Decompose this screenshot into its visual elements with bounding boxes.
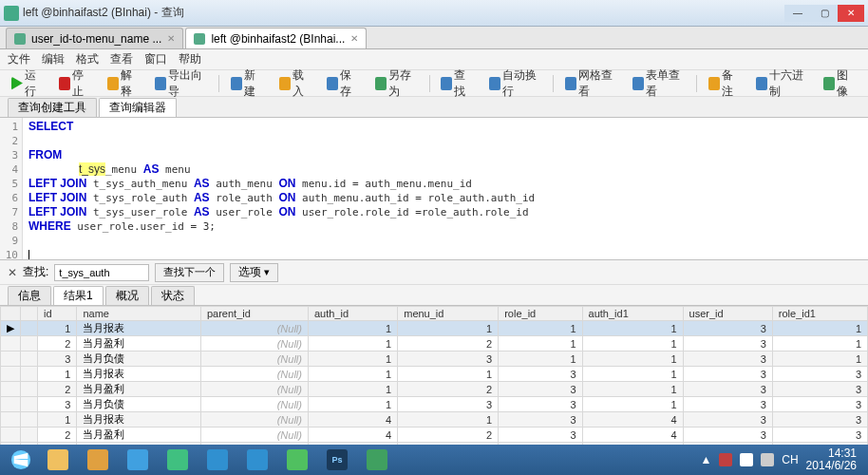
file-tab[interactable]: left @binhaifast2 (BInhai...✕ [185,28,367,48]
cell[interactable]: (Null) [200,382,308,397]
taskbar-explorer[interactable] [39,446,77,473]
cell[interactable]: 3 [772,397,867,412]
cell[interactable]: 2 [398,382,499,397]
cell[interactable]: 3 [683,352,772,367]
result-tab[interactable]: 信息 [8,286,51,305]
table-row[interactable]: 2当月盈利(Null)423433 [1,428,868,443]
cell[interactable]: (Null) [200,352,308,367]
cell[interactable]: 1 [582,367,683,382]
cell[interactable]: 2 [38,382,77,397]
cell[interactable]: 1 [308,397,397,412]
cell[interactable]: 3 [683,412,772,428]
cell[interactable]: 3 [772,367,867,382]
cell[interactable]: 1 [499,336,582,352]
tab-query-editor[interactable]: 查询编辑器 [99,98,177,117]
tray-flag-icon[interactable]: ▲ [700,453,711,466]
cell[interactable]: 4 [308,412,397,428]
gridview-button[interactable]: 网格查看 [561,66,621,102]
table-row[interactable]: 1当月报表(Null)413433 [1,412,868,428]
find-button[interactable]: 查找 [437,66,477,102]
taskbar-app4[interactable] [278,446,316,473]
cell[interactable]: 1 [772,321,867,336]
load-button[interactable]: 载入 [275,66,315,102]
cell[interactable]: 3 [772,412,867,428]
taskbar-app2[interactable] [198,446,236,473]
minimize-button[interactable]: — [784,5,811,22]
cell[interactable]: 当月盈利 [77,382,201,397]
cell[interactable]: 3 [398,397,499,412]
column-header[interactable]: menu_id [398,307,499,321]
saveas-button[interactable]: 另存为 [371,66,422,102]
clock[interactable]: 14:31 2014/6/26 [806,447,857,472]
result-grid[interactable]: idnameparent_idauth_idmenu_idrole_idauth… [0,306,868,445]
cell[interactable]: 1 [582,352,683,367]
table-row[interactable]: ▶1当月报表(Null)111131 [1,321,868,336]
cell[interactable]: 3 [683,321,772,336]
table-row[interactable]: 3当月负债(Null)133133 [1,397,868,412]
new-button[interactable]: 新建 [227,66,267,102]
cell[interactable]: 当月报表 [77,412,201,428]
tab-query-builder[interactable]: 查询创建工具 [8,98,97,117]
cell[interactable]: 4 [582,428,683,443]
cell[interactable]: 1 [308,321,397,336]
cell[interactable]: 1 [582,321,683,336]
start-button[interactable] [4,446,38,473]
formview-button[interactable]: 表单查看 [629,66,689,102]
cell[interactable]: 2 [398,428,499,443]
cell[interactable]: (Null) [200,397,308,412]
cell[interactable]: 3 [499,367,582,382]
cell[interactable]: 当月盈利 [77,428,201,443]
code-area[interactable]: SELECT FROM t_sys_menu AS menu LEFT JOIN… [23,118,868,259]
file-tab[interactable]: user_id-to-menu_name ...✕ [6,28,183,48]
cell[interactable]: 3 [683,428,772,443]
cell[interactable]: 3 [38,352,77,367]
column-header[interactable]: user_id [683,307,772,321]
export-button[interactable]: 导出向导 [151,66,211,102]
cell[interactable]: 1 [308,367,397,382]
cell[interactable]: 当月报表 [77,321,201,336]
close-icon[interactable]: ✕ [350,33,358,44]
taskbar-ps[interactable]: Ps [318,446,356,473]
image-button[interactable]: 图像 [820,66,859,102]
column-header[interactable]: role_id1 [772,307,867,321]
cell[interactable]: 1 [398,367,499,382]
cell[interactable]: 3 [683,367,772,382]
cell[interactable]: 1 [398,412,499,428]
cell[interactable]: 3 [772,382,867,397]
cell[interactable]: 3 [499,412,582,428]
cell[interactable]: 2 [398,336,499,352]
cell[interactable]: 3 [683,336,772,352]
cell[interactable]: 1 [582,382,683,397]
column-header[interactable]: role_id [499,307,582,321]
note-button[interactable]: 备注 [705,66,745,102]
hex-button[interactable]: 十六进制 [752,66,812,102]
run-button[interactable]: 运行 [8,66,47,102]
cell[interactable]: 1 [308,352,397,367]
cell[interactable]: 当月盈利 [77,336,201,352]
search-options-button[interactable]: 选项 ▾ [230,263,278,282]
cell[interactable]: (Null) [200,336,308,352]
taskbar-app3[interactable] [238,446,276,473]
tray-icon[interactable] [719,453,732,466]
cell[interactable]: 4 [308,428,397,443]
cell[interactable]: 1 [308,382,397,397]
result-tab[interactable]: 概况 [105,286,149,305]
column-header[interactable]: auth_id [308,307,397,321]
save-button[interactable]: 保存 [323,66,363,102]
cell[interactable]: 4 [582,412,683,428]
column-header[interactable]: parent_id [200,307,308,321]
cell[interactable]: (Null) [200,428,308,443]
cell[interactable]: (Null) [200,321,308,336]
cell[interactable]: 当月报表 [77,367,201,382]
cell[interactable]: 2 [38,428,77,443]
cell[interactable]: 3 [499,397,582,412]
cell[interactable]: 3 [772,428,867,443]
explain-button[interactable]: 解释 [104,66,143,102]
close-icon[interactable]: ✕ [167,33,175,44]
cell[interactable]: 3 [499,428,582,443]
table-row[interactable]: 1当月报表(Null)113133 [1,367,868,382]
column-header[interactable]: auth_id1 [582,307,683,321]
cell[interactable]: 3 [683,397,772,412]
table-row[interactable]: 2当月盈利(Null)121131 [1,336,868,352]
column-header[interactable]: name [77,307,201,321]
